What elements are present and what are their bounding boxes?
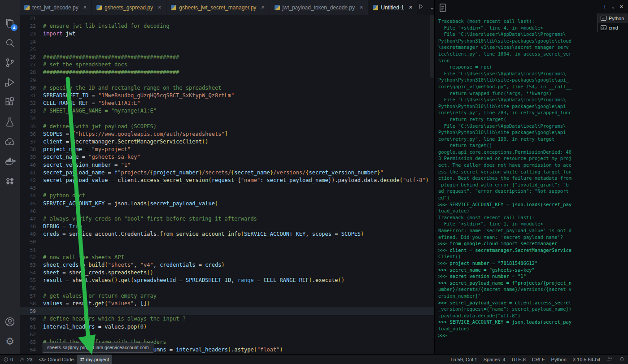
cursor-position[interactable]: Ln 59, Col 1 [447, 355, 480, 364]
code-text: # now call the sheets API [43, 254, 124, 261]
code-line-21[interactable]: 21 [20, 15, 434, 22]
code-line-62[interactable]: 62 [20, 331, 434, 338]
code-line-37[interactable]: 37client = secretmanager.SecretManagerSe… [20, 138, 434, 146]
code-line-60[interactable]: 60# define headers which is always the i… [20, 315, 434, 323]
line-number: 42 [20, 177, 43, 184]
cloud-code-status[interactable]: </> Cloud Code [35, 355, 77, 364]
code-line-61[interactable]: 61interval_headers = values.pop(0) [20, 323, 434, 331]
tab-close-icon[interactable]: ✕ [358, 4, 363, 10]
code-line-27[interactable]: 27# set the spreadsheet docs [20, 61, 434, 69]
line-number: 59 [20, 308, 43, 315]
terminal-tab-python[interactable]: >_Python [598, 13, 628, 23]
code-line-38[interactable]: 38project_name = "my-project" [20, 146, 434, 153]
cloud-check-icon[interactable] [0, 132, 20, 152]
tab-4[interactable]: Untitled-1✕ [368, 0, 418, 15]
code-line-39[interactable]: 39secret_name = "gsheets-sa-key" [20, 153, 434, 161]
code-line-40[interactable]: 40secret_version_number = "1" [20, 161, 434, 169]
indentation[interactable]: Spaces: 4 [480, 355, 509, 364]
code-line-36[interactable]: 36SCOPES = ["https://www.googleapis.com/… [20, 130, 434, 138]
tab-1[interactable]: gsheets_gspread.py✕ [92, 0, 166, 15]
tab-close-icon[interactable]: ✕ [259, 4, 265, 10]
code-line-33[interactable]: 33# SHEET_RANGE_NAME = "myrange!A1:E" [20, 107, 434, 115]
code-line-48[interactable]: 48DEBUG = True [20, 223, 434, 230]
code-line-31[interactable]: 31SPREADSHEET_ID = "1MweBsu4bq_gUzqHQ5cq… [20, 92, 434, 100]
code-text: project_name = "my-project" [43, 146, 131, 153]
code-line-52[interactable]: 52# now call the sheets API [20, 254, 434, 261]
line-number: 56 [20, 285, 43, 292]
eol-sequence[interactable]: CRLF [529, 355, 548, 364]
code-line-25[interactable]: 25 [20, 46, 434, 53]
code-line-26[interactable]: 26######################################… [20, 53, 434, 61]
run-icon[interactable] [418, 3, 424, 12]
test-beaker-icon[interactable] [0, 112, 20, 132]
close-panel-icon[interactable]: ✕ [619, 4, 624, 10]
new-terminal-icon[interactable]: + [603, 3, 606, 10]
tab-close-icon[interactable]: ✕ [407, 4, 413, 10]
line-number: 37 [20, 138, 43, 146]
tab-close-icon[interactable]: ✕ [81, 4, 87, 10]
terminal-output[interactable]: Traceback (most recent call last): File … [438, 18, 596, 354]
search-icon[interactable] [0, 33, 20, 53]
code-line-53[interactable]: 53sheet_creds = build("sheets", "v4", cr… [20, 261, 434, 269]
code-line-56[interactable]: 56 [20, 285, 434, 292]
encoding[interactable]: UTF-8 [509, 355, 529, 364]
python-interpreter[interactable]: 3.10.5 64-bit [570, 355, 603, 364]
code-line-55[interactable]: 55result = sheet.values().get(spreadshee… [20, 277, 434, 284]
code-line-42[interactable]: 42secret_payload_value = client.access_s… [20, 177, 434, 184]
code-line-51[interactable]: 51 [20, 246, 434, 254]
tab-3[interactable]: jwt_payload_token_decode.py✕ [270, 0, 369, 15]
code-line-54[interactable]: 54sheet = sheet_creds.spreadsheets() [20, 269, 434, 277]
language-mode[interactable]: Python [548, 355, 570, 364]
code-line-22[interactable]: 22# ensure jwt lib installed for decodin… [20, 22, 434, 30]
line-number: 27 [20, 61, 43, 69]
settings-gear-icon[interactable]: ⚙ [0, 332, 20, 351]
line-number: 61 [20, 323, 43, 331]
code-line-46[interactable]: 46 [20, 208, 434, 215]
code-line-50[interactable]: 50 [20, 238, 434, 246]
code-text: # ensure jwt lib installed for decoding [43, 22, 170, 30]
line-number: 49 [20, 230, 43, 238]
line-number: 52 [20, 254, 43, 261]
code-line-49[interactable]: 49creds = service_account.Credentials.fr… [20, 230, 434, 238]
code-line-58[interactable]: 58values = result.get("values", []) [20, 300, 434, 308]
code-line-44[interactable]: 44# python dict [20, 192, 434, 199]
code-line-28[interactable]: 28######################################… [20, 69, 434, 76]
code-line-41[interactable]: 41secret_payload_name = f"projects/{proj… [20, 169, 434, 177]
code-editor[interactable]: 2122# ensure jwt lib installed for decod… [20, 15, 434, 354]
feedback-icon[interactable] [603, 355, 616, 364]
code-line-43[interactable]: 43 [20, 184, 434, 192]
code-line-45[interactable]: 45SERVICE_ACCOUNT_KEY = json.loads(secre… [20, 200, 434, 208]
terminal-sidebar: + ⌄ ✕ >_PythonC:\cmd [597, 0, 628, 354]
gemini-diamonds-icon[interactable] [0, 171, 20, 191]
code-line-59[interactable]: 59 [20, 308, 434, 315]
docker-icon[interactable] [0, 152, 20, 171]
explorer-icon[interactable]: 4 [0, 13, 20, 33]
code-line-57[interactable]: 57# get values, or return empty array [20, 292, 434, 300]
terminal-list: >_PythonC:\cmd [597, 13, 628, 32]
account-icon[interactable] [0, 312, 20, 332]
line-number: 60 [20, 315, 43, 323]
code-line-47[interactable]: 47# always verify creds on "bool" first … [20, 215, 434, 223]
notifications-bell-icon[interactable] [616, 355, 628, 364]
problems-status[interactable]: 0 23 [0, 355, 35, 364]
code-line-23[interactable]: 23import jwt [20, 30, 434, 38]
terminal-controls: + ⌄ ✕ [597, 0, 628, 13]
tab-0[interactable]: test_jwt_decode.py✕ [20, 0, 92, 15]
run-and-debug-icon[interactable] [0, 73, 20, 92]
code-line-34[interactable]: 34 [20, 115, 434, 122]
code-line-24[interactable]: 24 [20, 38, 434, 46]
extensions-icon[interactable] [0, 92, 20, 112]
code-line-29[interactable]: 29 [20, 77, 434, 84]
terminal-dropdown-icon[interactable]: ⌄ [611, 4, 615, 9]
tab-close-icon[interactable]: ✕ [156, 4, 161, 10]
project-selector[interactable]: ⇄ my-project [77, 355, 112, 364]
editor-scrollbar[interactable] [430, 15, 434, 78]
code-line-30[interactable]: 30# specify the ID and rectangle range o… [20, 84, 434, 92]
code-text: # defined with jwt payload (SCOPES) [43, 123, 157, 130]
terminal-tab-cmd[interactable]: C:\cmd [598, 23, 628, 32]
source-control-icon[interactable] [0, 53, 20, 73]
code-line-35[interactable]: 35# defined with jwt payload (SCOPES) [20, 123, 434, 130]
code-line-32[interactable]: 32CELL_RANGE_REF = "Sheet1!A1:E" [20, 100, 434, 107]
tab-2[interactable]: gsheets_jwt_secret_manager.py✕ [166, 0, 270, 15]
line-number: 31 [20, 92, 43, 100]
